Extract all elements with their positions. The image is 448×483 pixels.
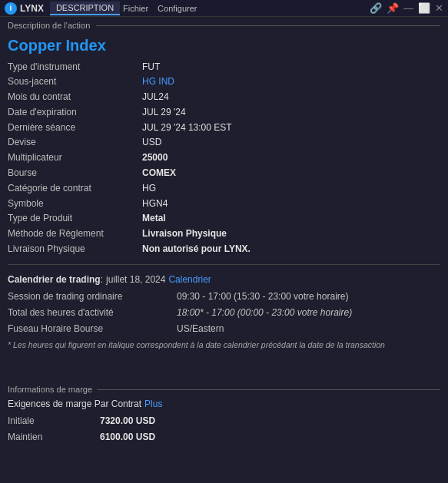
margin-rows: Initiale7320.00 USDMaintien6100.00 USD xyxy=(8,412,440,445)
margin-row-label: Initiale xyxy=(8,414,100,428)
trading-note: * Les heures qui figurent en italique co… xyxy=(8,339,440,351)
maximize-icon[interactable]: ⬜ xyxy=(418,2,430,14)
trading-row: Fuseau Horaire BourseUS/Eastern xyxy=(8,320,440,336)
info-row-value: Non autorisé pour LYNX. xyxy=(142,243,251,256)
info-row-value: Metal xyxy=(142,212,166,225)
margin-section-header: Informations de marge xyxy=(8,385,440,394)
info-row-label: Mois du contrat xyxy=(8,91,142,104)
info-row: Multiplicateur25000 xyxy=(8,151,440,166)
info-row-label: Méthode de Règlement xyxy=(8,227,142,240)
info-row-label: Symbole xyxy=(8,197,142,210)
margin-exigences-label: Exigences de marge Par Contrat xyxy=(8,399,141,409)
info-row: BourseCOMEX xyxy=(8,166,440,181)
info-row-label: Multiplicateur xyxy=(8,151,142,164)
info-row: Catégorie de contratHG xyxy=(8,180,440,196)
info-row-label: Catégorie de contrat xyxy=(8,182,142,195)
info-row-value: FUT xyxy=(142,61,160,74)
info-row: DeviseUSD xyxy=(8,135,440,151)
info-row-value[interactable]: HG IND xyxy=(142,75,174,88)
info-row-value: JUL 29 '24 13:00 EST xyxy=(142,121,232,134)
info-row-label: Sous-jacent xyxy=(8,75,142,88)
info-row: Mois du contratJUL24 xyxy=(8,90,440,105)
margin-exigences-row: Exigences de marge Par Contrat Plus xyxy=(8,399,440,409)
trading-section: Calendrier de trading: juillet 18, 2024 … xyxy=(0,271,448,354)
pin-icon[interactable]: 📌 xyxy=(387,2,399,14)
close-icon[interactable]: ✕ xyxy=(435,2,443,14)
info-row-label: Dernière séance xyxy=(8,121,142,134)
margin-row: Maintien6100.00 USD xyxy=(8,428,440,445)
app-logo: i xyxy=(5,2,17,15)
titlebar: i LYNX DESCRIPTION Fichier Configurer 🔗 … xyxy=(0,0,448,17)
margin-row-value: 7320.00 USD xyxy=(100,414,155,428)
info-row: Date d'expirationJUL 29 '24 xyxy=(8,104,440,120)
trading-row-label: Session de trading ordinaire xyxy=(8,289,177,303)
margin-divider-line xyxy=(97,389,440,390)
margin-row-value: 6100.00 USD xyxy=(100,430,155,444)
info-row-label: Type d'instrument xyxy=(8,61,142,74)
section-description-label: Description de l'action xyxy=(8,21,90,30)
info-row-label: Bourse xyxy=(8,167,142,180)
trading-row-label: Fuseau Horaire Bourse xyxy=(8,322,177,336)
link-icon[interactable]: 🔗 xyxy=(370,2,382,14)
menu-configurer[interactable]: Configurer xyxy=(158,4,197,13)
margin-section: Informations de marge Exigences de marge… xyxy=(0,380,448,449)
trading-row-value: 18:00* - 17:00 (00:00 - 23:00 votre hora… xyxy=(177,306,352,319)
info-row-value: 25000 xyxy=(142,151,168,164)
info-row-value: USD xyxy=(142,136,161,149)
trading-row: Session de trading ordinaire09:30 - 17:0… xyxy=(8,288,440,304)
info-row-value: HGN4 xyxy=(142,197,168,210)
info-row-label: Livraison Physique xyxy=(8,243,142,256)
trading-title-text: Calendrier de trading: xyxy=(8,274,103,285)
margin-plus-link[interactable]: Plus xyxy=(144,399,162,409)
margin-section-label: Informations de marge xyxy=(8,385,92,394)
tab-description[interactable]: DESCRIPTION xyxy=(50,2,120,15)
stock-name: Copper Index xyxy=(8,36,440,55)
stock-title-container: Copper Index xyxy=(0,31,448,58)
info-row-value: COMEX xyxy=(142,167,176,180)
divider-1 xyxy=(8,264,440,265)
minimize-icon[interactable]: — xyxy=(403,2,413,14)
info-row-label: Type de Produit xyxy=(8,212,142,225)
menu-fichier[interactable]: Fichier xyxy=(123,4,148,13)
info-row: Méthode de RèglementLivraison Physique xyxy=(8,227,440,242)
trading-title-row: Calendrier de trading: juillet 18, 2024 … xyxy=(8,274,440,285)
info-row-value: JUL 29 '24 xyxy=(142,106,186,119)
window-controls: 🔗 📌 — ⬜ ✕ xyxy=(370,2,443,14)
app-name: LYNX xyxy=(20,3,44,14)
margin-row: Initiale7320.00 USD xyxy=(8,412,440,428)
info-row: Type d'instrumentFUT xyxy=(8,59,440,74)
info-row: Sous-jacentHG IND xyxy=(8,74,440,90)
info-row-value: Livraison Physique xyxy=(142,227,227,240)
info-row: Livraison PhysiqueNon autorisé pour LYNX… xyxy=(8,242,440,257)
info-row: Type de ProduitMetal xyxy=(8,211,440,227)
calendar-link[interactable]: Calendrier xyxy=(168,274,211,285)
info-row-value: JUL24 xyxy=(142,91,169,104)
main-content: Description de l'action Copper Index Typ… xyxy=(0,17,448,483)
trading-row-label: Total des heures d'activité xyxy=(8,306,177,319)
margin-row-label: Maintien xyxy=(8,430,100,444)
info-row-label: Devise xyxy=(8,136,142,149)
trading-row: Total des heures d'activité18:00* - 17:0… xyxy=(8,304,440,320)
trading-row-value: US/Eastern xyxy=(177,322,224,336)
info-row: Dernière séanceJUL 29 '24 13:00 EST xyxy=(8,120,440,135)
info-row-value: HG xyxy=(142,182,156,195)
trading-date: juillet 18, 2024 xyxy=(106,274,165,285)
info-table: Type d'instrumentFUTSous-jacentHG INDMoi… xyxy=(0,58,448,258)
trading-row-value: 09:30 - 17:00 (15:30 - 23:00 votre horai… xyxy=(177,289,348,303)
info-row-label: Date d'expiration xyxy=(8,106,142,119)
info-row: SymboleHGN4 xyxy=(8,196,440,211)
trading-rows: Session de trading ordinaire09:30 - 17:0… xyxy=(8,288,440,336)
